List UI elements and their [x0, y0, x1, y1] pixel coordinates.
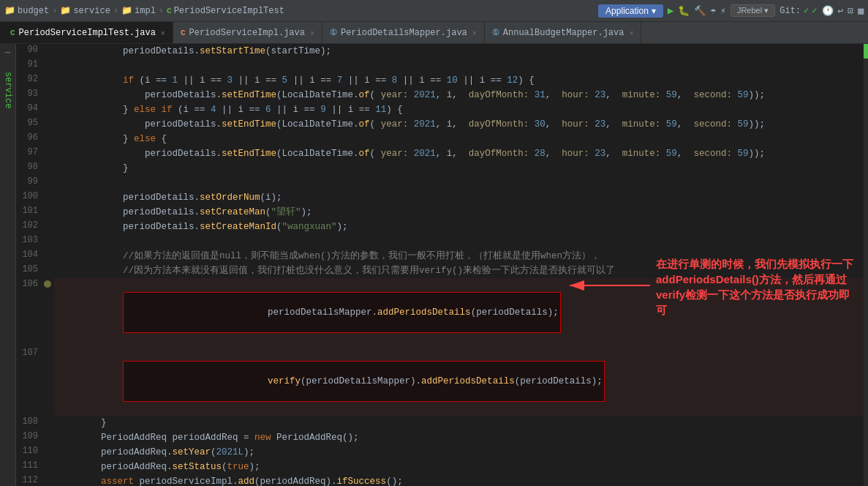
line-number: 103 [16, 234, 44, 249]
gutter [44, 132, 54, 146]
table-row: 96 } else { [16, 132, 868, 146]
breadcrumb-budget[interactable]: 📁 budget [4, 5, 49, 16]
sidebar-service-item[interactable]: service [3, 72, 13, 108]
tab-period-details-mapper[interactable]: ① PeriodDetailsMapper.java ✕ [322, 22, 485, 43]
table-row: 100 periodDetails.setOrderNum(i); [16, 190, 868, 205]
main-area: − service 90 periodDetails.setStartTime(… [0, 44, 868, 486]
code-line[interactable]: if (i == 1 || i == 3 || i == 5 || i == 7… [54, 73, 868, 88]
build-button[interactable]: 🔨 [694, 5, 706, 17]
scrollbar[interactable] [864, 44, 868, 486]
breadcrumb-file[interactable]: C PeriodServiceImplTest [167, 6, 284, 16]
line-number: 94 [16, 102, 44, 117]
debug-button[interactable]: 🐛 [678, 5, 690, 17]
toolbar-right: Application ▾ ▶ 🐛 🔨 ☂ ⚡ JRebel ▾ Git: ✓ … [598, 4, 864, 18]
tab-label-1: PeriodServiceImplTest.java [19, 28, 156, 38]
code-line[interactable]: assert periodServiceImpl.add(periodAddRe… [54, 474, 868, 486]
tab-label-2: PeriodServiceImpl.java [189, 28, 304, 38]
gutter [44, 220, 54, 234]
gutter [44, 146, 54, 161]
table-row: 91 [16, 59, 868, 73]
code-area[interactable]: 90 periodDetails.setStartTime(startTime)… [16, 44, 868, 486]
breakpoint-icon[interactable] [44, 280, 51, 288]
tab-label-4: AnnualBudgetMapper.java [503, 28, 624, 38]
line-number: 110 [16, 445, 44, 460]
code-line[interactable]: periodDetails.setEndTime(LocalDateTime.o… [54, 88, 868, 102]
line-number: 97 [16, 146, 44, 161]
code-line[interactable]: periodDetails.setCreateMan("望轩"); [54, 205, 868, 220]
annotation-box: 在进行单测的时候，我们先模拟执行一下addPeriodsDetails()方法，… [562, 256, 861, 318]
gutter [44, 102, 54, 117]
tab-close-2[interactable]: ✕ [310, 29, 314, 37]
table-row: 97 periodDetails.setEndTime(LocalDateTim… [16, 146, 868, 161]
table-row: 103 [16, 234, 868, 249]
line-number: 106 [16, 278, 44, 347]
tab-period-service-impl[interactable]: C PeriodServiceImpl.java ✕ [173, 22, 322, 43]
code-line[interactable]: } [54, 416, 868, 430]
profile-button[interactable]: ⚡ [720, 5, 726, 17]
code-line[interactable]: } else if (i == 4 || i == 6 || i == 9 ||… [54, 102, 868, 117]
run-button[interactable]: ▶ [668, 4, 673, 17]
git-check-icon2: ✓ [812, 5, 817, 16]
window-icon[interactable]: ⊡ [848, 5, 853, 17]
table-row: 101 periodDetails.setCreateMan("望轩"); [16, 205, 868, 220]
code-line[interactable]: PeriodAddReq periodAddReq = new PeriodAd… [54, 430, 868, 445]
tab-close-1[interactable]: ✕ [161, 29, 165, 37]
breadcrumb: 📁 budget › 📁 service › 📁 impl › C Period… [4, 5, 284, 16]
line-number: 108 [16, 416, 44, 430]
code-line[interactable]: } [54, 161, 868, 176]
jrebel-button[interactable]: JRebel ▾ [731, 4, 775, 17]
code-line[interactable]: periodDetails.setEndTime(LocalDateTime.o… [54, 117, 868, 132]
line-number: 99 [16, 176, 44, 190]
line-number: 90 [16, 44, 44, 59]
line-number: 101 [16, 205, 44, 220]
scrollbar-indicator [864, 44, 868, 59]
layout-icon[interactable]: ▦ [858, 5, 864, 17]
table-row: 108 } [16, 416, 868, 430]
code-line[interactable] [54, 59, 868, 73]
table-row: 112 assert periodServiceImpl.add(periodA… [16, 474, 868, 486]
collapse-icon[interactable]: − [4, 47, 12, 60]
breadcrumb-impl[interactable]: 📁 impl [121, 5, 156, 16]
line-number: 96 [16, 132, 44, 146]
table-row: 90 periodDetails.setStartTime(startTime)… [16, 44, 868, 59]
table-row: 92 if (i == 1 || i == 3 || i == 5 || i =… [16, 73, 868, 88]
table-row: 109 PeriodAddReq periodAddReq = new Peri… [16, 430, 868, 445]
gutter [44, 347, 54, 416]
tab-close-3[interactable]: ✕ [472, 29, 477, 37]
tab-period-service-impl-test[interactable]: C PeriodServiceImplTest.java ✕ [3, 22, 173, 43]
top-toolbar: 📁 budget › 📁 service › 📁 impl › C Period… [0, 0, 868, 22]
folder-icon-3: 📁 [121, 5, 132, 16]
gutter [44, 474, 54, 486]
code-line-107[interactable]: verify(periodDetailsMapper).addPeriodsDe… [54, 347, 868, 416]
line-number: 95 [16, 117, 44, 132]
code-line[interactable]: periodAddReq.setStatus(true); [54, 460, 868, 474]
table-row: 93 periodDetails.setEndTime(LocalDateTim… [16, 88, 868, 102]
app-button-label: Application [605, 6, 649, 16]
coverage-button[interactable]: ☂ [710, 5, 716, 17]
table-row: 111 periodAddReq.setStatus(true); [16, 460, 868, 474]
breadcrumb-service[interactable]: 📁 service [60, 5, 110, 16]
clock-icon[interactable]: 🕐 [822, 5, 834, 17]
table-row: 107 verify(periodDetailsMapper).addPerio… [16, 347, 868, 416]
folder-icon-2: 📁 [60, 5, 71, 16]
sep3: › [159, 6, 164, 16]
tab-annual-budget-mapper[interactable]: ① AnnualBudgetMapper.java ✕ [485, 22, 642, 43]
code-line[interactable]: periodDetails.setOrderNum(i); [54, 190, 868, 205]
line-number: 100 [16, 190, 44, 205]
line-number: 92 [16, 73, 44, 88]
application-button[interactable]: Application ▾ [598, 4, 663, 18]
code-line[interactable] [54, 176, 868, 190]
folder-icon: 📁 [4, 5, 15, 16]
code-line[interactable] [54, 234, 868, 249]
code-line[interactable]: periodDetails.setCreateManId("wangxuan")… [54, 220, 868, 234]
gutter [44, 249, 54, 263]
code-line[interactable]: } else { [54, 132, 868, 146]
breadcrumb-service-label: service [73, 6, 110, 16]
git-check-icon: ✓ [804, 5, 809, 16]
code-line[interactable]: periodAddReq.setYear(2021L); [54, 445, 868, 460]
code-line[interactable]: periodDetails.setEndTime(LocalDateTime.o… [54, 146, 868, 161]
table-row: 95 periodDetails.setEndTime(LocalDateTim… [16, 117, 868, 132]
back-icon[interactable]: ↩ [838, 5, 844, 17]
tab-close-4[interactable]: ✕ [629, 29, 633, 37]
code-line[interactable]: periodDetails.setStartTime(startTime); [54, 44, 868, 59]
